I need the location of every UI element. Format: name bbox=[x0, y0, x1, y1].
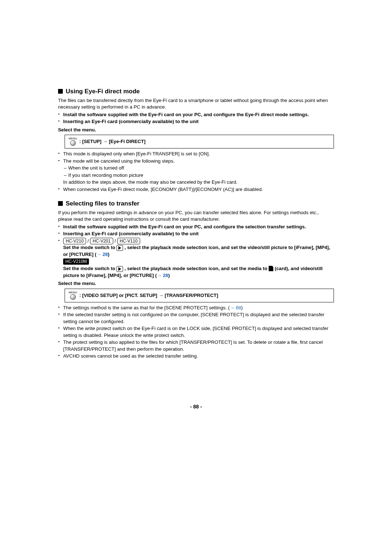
pre-notes-list: Install the software supplied with the E… bbox=[58, 111, 334, 125]
post-notes-list: The settings method is the same as that … bbox=[58, 305, 334, 360]
model-badge: HC-V110 bbox=[117, 238, 140, 244]
menu-icon: MENU bbox=[69, 137, 77, 146]
square-bullet-icon bbox=[58, 89, 63, 94]
heading-text: Selecting files to transfer bbox=[66, 200, 139, 207]
pre-notes-list-2: Install the software supplied with the E… bbox=[58, 224, 334, 279]
note-item: When connected via Eye-Fi direct mode, [… bbox=[63, 186, 334, 193]
page-number: - 88 - bbox=[58, 403, 334, 411]
menu-path-box: MENU : [SETUP] → [Eye-Fi DIRECT] bbox=[65, 135, 334, 148]
post-note: AVCHD scenes cannot be used as the selec… bbox=[63, 353, 334, 359]
intro-text: The files can be transferred directly fr… bbox=[58, 97, 334, 111]
model-badge: HC-V201 bbox=[90, 238, 113, 244]
post-note: The settings method is the same as that … bbox=[63, 305, 334, 311]
model-badge: HC-V210 bbox=[63, 238, 86, 244]
sub-notes: When the unit is turned off If you start… bbox=[63, 165, 334, 179]
sub-note: If you start recording motion picture bbox=[68, 172, 334, 179]
step-select-menu: Select the menu. bbox=[58, 127, 334, 133]
note-item: This mode is displayed only when [Eye-Fi… bbox=[63, 151, 334, 157]
square-bullet-icon bbox=[58, 201, 63, 206]
post-note: If the selected transfer setting is not … bbox=[63, 311, 334, 325]
page-link[interactable]: 68 bbox=[236, 305, 241, 310]
step-select-menu: Select the menu. bbox=[58, 280, 334, 287]
intro-text: If you perform the required settings in … bbox=[58, 209, 334, 223]
link-arrow-icon[interactable]: → bbox=[230, 305, 236, 310]
pre-note: Install the software supplied with the E… bbox=[63, 111, 334, 118]
notes-list: This mode is displayed only when [Eye-Fi… bbox=[58, 151, 334, 193]
page-link[interactable]: 28 bbox=[163, 273, 168, 278]
post-note: When the write protect switch on the Eye… bbox=[63, 325, 334, 339]
mode-instruction: Set the mode switch to , select the play… bbox=[63, 244, 334, 258]
dial-icon bbox=[70, 140, 76, 146]
playback-mode-icon bbox=[117, 266, 123, 272]
note-item: The mode will be canceled using the foll… bbox=[63, 158, 334, 186]
heading-eyefi-direct: Using Eye-Fi direct mode bbox=[58, 87, 334, 96]
menu-path-text: : [VIDEO SETUP] or [PICT. SETUP] → [TRAN… bbox=[79, 292, 218, 299]
model-badge-filled: HC-V210M bbox=[63, 258, 89, 265]
sd-card-icon bbox=[269, 266, 273, 271]
heading-selecting-files: Selecting files to transfer bbox=[58, 199, 334, 208]
link-arrow-icon[interactable]: → bbox=[157, 273, 163, 278]
model-instruction: HC-V210 / HC-V201 / HC-V110 Set the mode… bbox=[63, 238, 334, 279]
pre-note: Inserting an Eye-Fi card (commercially a… bbox=[63, 231, 334, 237]
heading-text: Using Eye-Fi direct mode bbox=[66, 88, 140, 95]
post-note: The protect setting is also applied to t… bbox=[63, 339, 334, 353]
dial-icon bbox=[70, 294, 76, 300]
menu-path-box: MENU : [VIDEO SETUP] or [PICT. SETUP] → … bbox=[65, 289, 334, 302]
link-arrow-icon[interactable]: → bbox=[97, 252, 103, 257]
menu-icon-label: MENU bbox=[69, 291, 77, 294]
mode-instruction: Set the mode switch to , select the play… bbox=[63, 265, 334, 279]
playback-mode-icon bbox=[117, 245, 123, 251]
menu-icon-label: MENU bbox=[69, 137, 77, 140]
sub-after-text: In addition to the steps above, the mode… bbox=[63, 179, 237, 185]
menu-icon: MENU bbox=[69, 291, 77, 300]
pre-note: Inserting an Eye-Fi card (commercially a… bbox=[63, 118, 334, 125]
menu-path-text: : [SETUP] → [Eye-Fi DIRECT] bbox=[79, 138, 146, 145]
page-link[interactable]: 28 bbox=[102, 252, 108, 257]
sub-note: When the unit is turned off bbox=[68, 165, 334, 171]
manual-page: Using Eye-Fi direct mode The files can b… bbox=[58, 0, 334, 432]
pre-note: Install the software supplied with the E… bbox=[63, 224, 334, 230]
